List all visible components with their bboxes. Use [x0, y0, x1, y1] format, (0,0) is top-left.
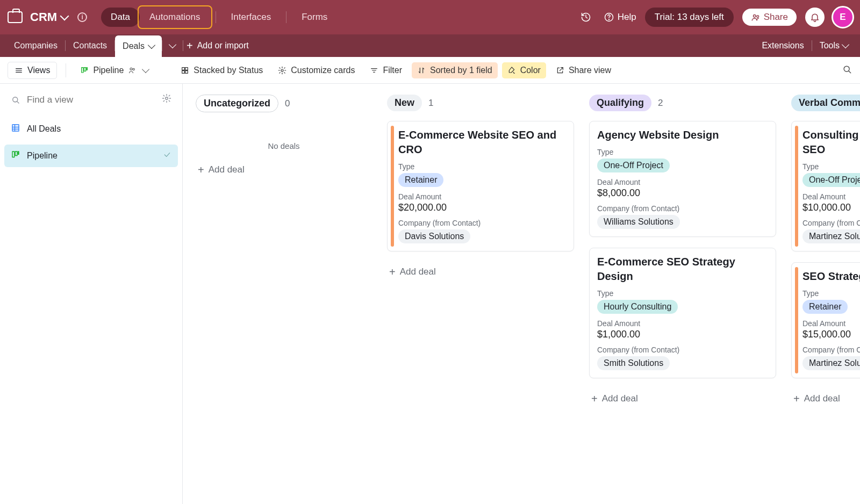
add-deal-label: Add deal: [400, 267, 436, 277]
app-header: CRM i Data Automations Interfaces Forms …: [0, 0, 860, 34]
svg-rect-25: [12, 125, 19, 131]
add-or-import[interactable]: + Add or import: [187, 40, 249, 52]
deal-card[interactable]: Consulting Agency Website and SEOTypeOne…: [791, 121, 860, 251]
current-view-chip[interactable]: Pipeline: [75, 62, 154, 78]
svg-rect-30: [15, 152, 17, 156]
kanban-board[interactable]: Uncategorized0No deals+Add dealNew1E-Com…: [183, 84, 860, 504]
deal-amount: $8,000.00: [597, 188, 768, 199]
customize-button[interactable]: Customize cards: [273, 62, 360, 78]
field-label-type: Type: [398, 162, 566, 171]
add-deal-button[interactable]: +Add deal: [791, 389, 860, 408]
share-button[interactable]: Share: [742, 9, 797, 26]
nav-interfaces[interactable]: Interfaces: [221, 8, 281, 27]
tools-menu[interactable]: Tools: [820, 41, 848, 51]
deal-amount: $15,000.00: [802, 329, 860, 340]
field-label-amount: Deal Amount: [398, 192, 566, 201]
notifications-button[interactable]: [805, 8, 825, 27]
plus-icon: +: [198, 164, 204, 175]
field-label-amount: Deal Amount: [802, 319, 860, 328]
svg-line-23: [17, 101, 19, 103]
view-pipeline[interactable]: Pipeline: [4, 145, 178, 167]
nav-automations[interactable]: Automations: [140, 8, 210, 27]
table-companies[interactable]: Companies: [6, 34, 65, 57]
column-header[interactable]: Verbal Commit: [791, 95, 860, 111]
card-title: Agency Website Design: [597, 128, 768, 142]
type-tag: Retainer: [802, 300, 848, 314]
add-deal-button[interactable]: +Add deal: [387, 262, 574, 282]
chevron-down-icon: [842, 41, 849, 48]
nav-forms[interactable]: Forms: [292, 8, 337, 27]
help-button[interactable]: Help: [604, 12, 636, 23]
extensions-link[interactable]: Extensions: [762, 41, 804, 51]
add-deal-button[interactable]: +Add deal: [196, 160, 372, 179]
views-sidebar: All Deals Pipeline: [0, 84, 183, 504]
add-deal-label: Add deal: [209, 164, 245, 175]
deal-card[interactable]: Agency Website DesignTypeOne-Off Project…: [589, 121, 776, 237]
column-name: Uncategorized: [196, 95, 278, 112]
history-icon[interactable]: [577, 8, 595, 26]
card-title: SEO Strategy Consulting: [802, 269, 860, 284]
svg-rect-12: [182, 67, 185, 70]
type-tag: One-Off Project: [597, 159, 670, 172]
svg-point-2: [753, 15, 756, 18]
company-tag: Williams Solutions: [597, 215, 680, 229]
workspace-switcher[interactable]: CRM: [30, 10, 71, 24]
divider: [183, 40, 183, 51]
view-label: Pipeline: [27, 151, 58, 161]
trial-badge[interactable]: Trial: 13 days left: [645, 8, 734, 27]
deal-card[interactable]: E-Commerce Website SEO and CROTypeRetain…: [387, 121, 574, 251]
plus-icon: +: [793, 393, 800, 404]
deal-card[interactable]: SEO Strategy ConsultingTypeRetainerDeal …: [791, 262, 860, 378]
tables-right: Extensions Tools: [762, 40, 854, 51]
find-view-input[interactable]: [26, 94, 156, 106]
avatar[interactable]: E: [833, 8, 852, 27]
search-button[interactable]: [842, 64, 852, 77]
column-count: 1: [428, 98, 433, 109]
share-label: Share: [764, 12, 788, 23]
info-icon[interactable]: i: [77, 12, 87, 22]
views-label: Views: [27, 66, 50, 75]
share-view-label: Share view: [569, 66, 611, 75]
view-all-deals[interactable]: All Deals: [4, 118, 178, 140]
find-view[interactable]: [6, 90, 176, 109]
nav-data[interactable]: Data: [101, 8, 140, 27]
svg-point-3: [757, 16, 759, 18]
column-header[interactable]: Qualifying2: [589, 95, 776, 111]
svg-rect-9: [87, 67, 87, 70]
table-contacts[interactable]: Contacts: [66, 34, 114, 57]
company-tag: Martinez Solutions: [802, 229, 860, 243]
card-title: Consulting Agency Website and SEO: [802, 128, 860, 157]
stacked-button[interactable]: Stacked by Status: [175, 62, 268, 78]
divider: [66, 63, 66, 77]
field-label-amount: Deal Amount: [597, 319, 768, 328]
tools-label: Tools: [820, 41, 840, 51]
type-tag: One-Off Project: [802, 173, 860, 187]
gear-icon[interactable]: [162, 93, 171, 106]
deal-amount: $20,000.00: [398, 202, 566, 213]
svg-point-24: [166, 97, 168, 100]
plus-icon: +: [187, 40, 193, 52]
filter-label: Filter: [383, 66, 402, 75]
column-header[interactable]: Uncategorized0: [196, 95, 372, 112]
deal-card[interactable]: E-Commerce SEO Strategy DesignTypeHourly…: [589, 248, 776, 378]
field-label-company: Company (from Contact): [597, 345, 768, 354]
chevron-down-icon: [148, 41, 155, 49]
column-header[interactable]: New1: [387, 95, 574, 111]
svg-rect-15: [185, 70, 188, 73]
filter-button[interactable]: Filter: [364, 62, 407, 78]
tables-bar: Companies Contacts Deals + Add or import…: [0, 34, 860, 57]
share-view-button[interactable]: Share view: [550, 62, 617, 78]
header-actions: Help Trial: 13 days left Share E: [577, 8, 852, 27]
chevron-down-icon: [142, 65, 149, 73]
field-label-company: Company (from Contact): [802, 345, 860, 354]
column-name: Qualifying: [589, 95, 651, 111]
field-label-amount: Deal Amount: [597, 178, 768, 186]
views-toggle[interactable]: Views: [8, 62, 57, 79]
table-deals-active[interactable]: Deals: [115, 35, 162, 57]
table-menu-caret[interactable]: [162, 34, 183, 57]
add-deal-button[interactable]: +Add deal: [589, 389, 776, 408]
column-count: 2: [658, 98, 663, 109]
sort-button[interactable]: Sorted by 1 field: [412, 62, 498, 78]
color-button[interactable]: Color: [502, 62, 546, 78]
chevron-down-icon: [169, 41, 176, 48]
